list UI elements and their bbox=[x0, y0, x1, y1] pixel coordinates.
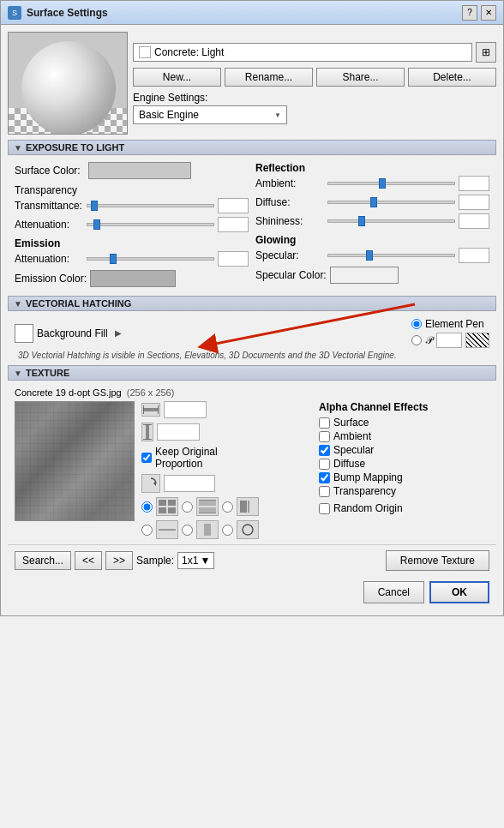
texture-toggle[interactable]: ▼ bbox=[14, 369, 22, 378]
texture-width-input[interactable]: 1' bbox=[164, 401, 207, 418]
shininess-thumb[interactable] bbox=[358, 216, 365, 226]
material-preview bbox=[8, 32, 128, 135]
alpha-ambient-checkbox[interactable] bbox=[319, 431, 330, 442]
rotation-input[interactable]: 0.00° bbox=[164, 475, 215, 492]
exposure-left: Surface Color: Transparency Transmittanc… bbox=[15, 162, 249, 291]
tiling-radio-3[interactable] bbox=[222, 501, 233, 513]
tiling-radio-5[interactable] bbox=[182, 525, 193, 536]
shininess-label: Shininess: bbox=[255, 215, 324, 227]
svg-rect-20 bbox=[204, 524, 211, 536]
pen-custom-radio[interactable] bbox=[411, 335, 422, 345]
share-button[interactable]: Share... bbox=[316, 68, 405, 87]
tiling-radio-4[interactable] bbox=[141, 525, 153, 536]
keep-proportion-label: Keep Original Proportion bbox=[155, 446, 218, 470]
new-button[interactable]: New... bbox=[133, 68, 221, 87]
alpha-channel-title: Alpha Channel Effects bbox=[319, 401, 489, 413]
emission-attenuation-slider[interactable] bbox=[87, 257, 214, 261]
alpha-ambient-label: Ambient bbox=[333, 430, 371, 442]
surface-color-swatch[interactable] bbox=[88, 162, 191, 179]
alpha-specular-row: Specular bbox=[319, 444, 489, 456]
pen-icon: 𝒫 bbox=[425, 334, 433, 346]
alpha-bump-checkbox[interactable] bbox=[319, 472, 330, 483]
element-pen-radio[interactable] bbox=[411, 319, 422, 329]
attenuation-slider-container: 0 bbox=[87, 217, 249, 232]
shininess-value[interactable]: 25 bbox=[459, 213, 489, 229]
texture-rotation-row: 0.00° bbox=[141, 474, 312, 493]
material-name-box[interactable]: Concrete: Light bbox=[133, 43, 472, 62]
ambient-label: Ambient: bbox=[255, 177, 324, 189]
tiling-radio-1[interactable] bbox=[141, 501, 153, 513]
random-origin-checkbox[interactable] bbox=[319, 503, 330, 514]
hatching-toggle[interactable]: ▼ bbox=[14, 299, 22, 309]
bg-fill-group: Background Fill ▶ bbox=[15, 324, 122, 343]
pen-controls-row: 𝒫 2 bbox=[411, 333, 489, 348]
exposure-toggle[interactable]: ▼ bbox=[14, 143, 22, 153]
next-button[interactable]: >> bbox=[105, 551, 133, 570]
emission-group: Emission Attenuation: 18 Emission bbox=[15, 237, 249, 287]
material-options-button[interactable]: ⊞ bbox=[476, 42, 496, 63]
texture-height-input[interactable]: 1' bbox=[157, 423, 200, 441]
texture-preview-image bbox=[15, 402, 134, 520]
search-button[interactable]: Search... bbox=[15, 551, 71, 570]
diffuse-thumb[interactable] bbox=[370, 197, 377, 207]
keep-proportion-row: Keep Original Proportion bbox=[141, 446, 312, 470]
texture-main: 1' 1' Keep Original Proportion bbox=[15, 401, 489, 539]
attenuation-slider[interactable] bbox=[87, 223, 214, 226]
tiling-radio-2[interactable] bbox=[182, 501, 193, 513]
alpha-surface-checkbox[interactable] bbox=[319, 417, 330, 429]
svg-marker-8 bbox=[153, 481, 156, 486]
remove-texture-button[interactable]: Remove Texture bbox=[386, 550, 489, 571]
diffuse-value[interactable]: 35 bbox=[459, 195, 489, 210]
attenuation-value[interactable]: 0 bbox=[218, 217, 249, 232]
emission-color-swatch[interactable] bbox=[90, 270, 176, 287]
ok-button[interactable]: OK bbox=[429, 581, 489, 603]
title-bar-buttons: ? ✕ bbox=[462, 5, 496, 21]
transmittance-thumb[interactable] bbox=[91, 201, 98, 211]
pen-pattern-box[interactable] bbox=[465, 333, 489, 348]
alpha-diffuse-checkbox[interactable] bbox=[319, 459, 330, 470]
ambient-value[interactable]: 42 bbox=[459, 176, 489, 191]
engine-select[interactable]: Basic Engine ▼ bbox=[133, 105, 287, 124]
svg-rect-14 bbox=[199, 507, 216, 513]
attenuation-thumb[interactable] bbox=[93, 219, 100, 230]
bg-fill-expand-icon[interactable]: ▶ bbox=[115, 328, 122, 338]
transmittance-slider[interactable] bbox=[87, 204, 214, 207]
pen-number-input[interactable]: 2 bbox=[436, 333, 462, 348]
material-color-swatch[interactable] bbox=[139, 46, 151, 58]
alpha-diffuse-row: Diffuse bbox=[319, 458, 489, 470]
bottom-bar: Search... << >> Sample: 1x1 ▼ Remove Tex… bbox=[8, 544, 496, 576]
material-name-row: Concrete: Light ⊞ bbox=[133, 42, 496, 63]
shininess-slider[interactable] bbox=[327, 219, 455, 223]
bg-fill-swatch[interactable] bbox=[15, 324, 33, 343]
transparency-label: Transparency bbox=[15, 184, 249, 196]
keep-proportion-checkbox[interactable] bbox=[141, 453, 152, 463]
tiling-radio-6[interactable] bbox=[222, 525, 233, 536]
emission-attenuation-thumb[interactable] bbox=[110, 254, 117, 264]
transmittance-label: Transmittance: bbox=[15, 200, 83, 212]
sample-select[interactable]: 1x1 ▼ bbox=[177, 552, 214, 569]
diffuse-slider[interactable] bbox=[327, 201, 455, 204]
glowing-label: Glowing bbox=[255, 234, 489, 246]
specular-color-swatch[interactable] bbox=[330, 267, 399, 284]
specular-thumb[interactable] bbox=[366, 250, 373, 261]
delete-button[interactable]: Delete... bbox=[408, 68, 496, 87]
alpha-transparency-checkbox[interactable] bbox=[319, 486, 330, 497]
ambient-thumb[interactable] bbox=[379, 178, 386, 189]
close-button[interactable]: ✕ bbox=[481, 5, 496, 21]
transmittance-value[interactable]: 0 bbox=[218, 198, 249, 213]
help-button[interactable]: ? bbox=[462, 5, 477, 21]
ambient-slider[interactable] bbox=[327, 182, 455, 185]
exposure-columns: Surface Color: Transparency Transmittanc… bbox=[15, 162, 489, 291]
specular-value[interactable]: 31 bbox=[459, 248, 489, 263]
emission-attenuation-value[interactable]: 18 bbox=[218, 251, 249, 267]
svg-rect-9 bbox=[159, 500, 166, 506]
cancel-button[interactable]: Cancel bbox=[363, 581, 424, 603]
specular-slider[interactable] bbox=[327, 254, 455, 257]
rename-button[interactable]: Rename... bbox=[225, 68, 313, 87]
texture-section-header: ▼ TEXTURE bbox=[8, 365, 496, 381]
alpha-transparency-label: Transparency bbox=[333, 485, 396, 497]
prev-button[interactable]: << bbox=[75, 551, 102, 570]
texture-content: Concrete 19 d-opt GS.jpg (256 x 256) 1' bbox=[8, 384, 496, 544]
tiling-row-2 bbox=[141, 520, 312, 539]
alpha-specular-checkbox[interactable] bbox=[319, 445, 330, 456]
